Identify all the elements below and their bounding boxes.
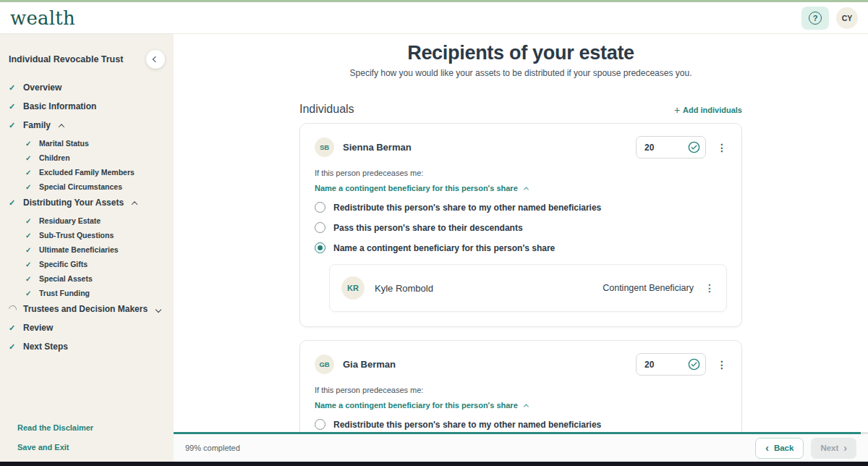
sidebar-footer: Read the Disclaimer Save and Exit	[17, 423, 93, 452]
check-icon: ✓	[25, 217, 33, 225]
trust-steps-nav: ✓ Overview ✓ Basic Information ✓ Family …	[9, 83, 174, 352]
sidebar-item-sub-trust-questions[interactable]: ✓ Sub-Trust Questions	[25, 232, 174, 240]
contingent-toggle-link[interactable]: Name a contingent beneficiary for this p…	[315, 184, 727, 192]
check-icon: ✓	[9, 121, 17, 130]
distributing-subitems: ✓ Residuary Estate ✓ Sub-Trust Questions…	[25, 217, 174, 297]
chevron-right-icon: ›	[843, 443, 847, 453]
predecease-label: If this person predeceases me:	[315, 386, 727, 394]
valid-check-icon	[688, 358, 700, 370]
user-avatar[interactable]: CY	[836, 7, 858, 29]
back-button[interactable]: ‹ Back	[755, 438, 804, 459]
plus-icon: +	[674, 104, 680, 116]
sidebar-item-next-steps[interactable]: ✓ Next Steps	[9, 342, 174, 352]
radio-option-pass-to-descendants[interactable]: Pass this person's share to their descen…	[315, 222, 727, 233]
page-subtitle: Specify how you would like your assets t…	[299, 68, 742, 78]
avatar: SB	[315, 137, 334, 157]
radio-option-redistribute[interactable]: Redistribute this person's share to my o…	[315, 202, 727, 213]
top-bar: wealth ? CY	[0, 2, 868, 34]
radio-option-redistribute[interactable]: Redistribute this person's share to my o…	[315, 419, 727, 430]
check-icon: ✓	[25, 154, 33, 162]
sidebar-collapse-button[interactable]	[146, 50, 165, 69]
help-button[interactable]: ?	[801, 7, 829, 30]
contingent-beneficiary-card: KR Kyle Rombold Contingent Beneficiary ⋮	[329, 264, 727, 312]
radio-selected-icon	[315, 242, 326, 253]
app-window: wealth ? CY Individual Revocable Trust ✓…	[0, 0, 868, 466]
save-and-exit-link[interactable]: Save and Exit	[17, 443, 93, 452]
check-icon: ✓	[25, 246, 33, 254]
check-icon: ✓	[9, 342, 17, 352]
valid-check-icon	[688, 141, 700, 153]
chevron-up-icon	[59, 124, 64, 130]
sidebar-item-excluded-family-members[interactable]: ✓ Excluded Family Members	[25, 169, 174, 177]
check-icon: ✓	[9, 102, 17, 111]
check-icon: ✓	[9, 323, 17, 333]
contingent-toggle-link[interactable]: Name a contingent beneficiary for this p…	[315, 401, 727, 410]
contingent-name: Kyle Rombold	[375, 283, 433, 294]
progress-label: 99% completed	[185, 444, 240, 452]
window-bottom-edge	[0, 462, 868, 466]
check-icon: ✓	[25, 275, 33, 283]
next-button[interactable]: Next ›	[811, 438, 856, 459]
radio-icon	[315, 419, 326, 430]
sidebar-item-special-circumstances[interactable]: ✓ Special Circumstances	[25, 183, 174, 191]
radio-icon	[315, 202, 326, 213]
chevron-up-icon	[524, 404, 529, 409]
predecease-label: If this person predeceases me:	[315, 169, 727, 177]
kebab-menu-icon[interactable]: ⋮	[705, 283, 715, 293]
sidebar-item-residuary-estate[interactable]: ✓ Residuary Estate	[25, 217, 174, 225]
sidebar: Individual Revocable Trust ✓ Overview ✓ …	[0, 34, 174, 462]
check-icon: ✓	[25, 232, 33, 240]
sidebar-item-special-assets[interactable]: ✓ Special Assets	[25, 275, 174, 283]
in-progress-icon	[7, 304, 18, 315]
sidebar-item-specific-gifts[interactable]: ✓ Specific Gifts	[25, 260, 174, 268]
individuals-section-label: Individuals	[299, 103, 354, 116]
chevron-up-icon	[132, 201, 137, 207]
header-actions: ? CY	[801, 7, 858, 30]
avatar: GB	[315, 355, 334, 374]
progress-bar-fill	[174, 432, 861, 434]
help-icon: ?	[809, 12, 822, 25]
add-individuals-button[interactable]: + Add individuals	[674, 104, 742, 116]
kebab-menu-icon[interactable]: ⋮	[717, 143, 727, 153]
wizard-footer: 99% completed ‹ Back Next ›	[174, 432, 868, 462]
read-disclaimer-link[interactable]: Read the Disclaimer	[17, 423, 93, 432]
sidebar-item-marital-status[interactable]: ✓ Marital Status	[25, 140, 174, 148]
chevron-down-icon	[156, 306, 161, 312]
chevron-left-icon: ‹	[765, 443, 769, 453]
contingent-role-label: Contingent Beneficiary	[603, 283, 694, 293]
sidebar-item-review[interactable]: ✓ Review	[9, 323, 174, 333]
sidebar-item-children[interactable]: ✓ Children	[25, 154, 174, 162]
sidebar-item-ultimate-beneficiaries[interactable]: ✓ Ultimate Beneficiaries	[25, 246, 174, 254]
kebab-menu-icon[interactable]: ⋮	[717, 360, 727, 370]
page-title: Recipients of your estate	[299, 42, 742, 64]
sidebar-item-family[interactable]: ✓ Family	[9, 121, 174, 130]
check-icon: ✓	[9, 83, 17, 93]
beneficiary-card-sienna-berman: SB Sienna Berman ⋮ If this person predec…	[299, 123, 742, 327]
check-icon: ✓	[25, 289, 33, 297]
sidebar-item-distributing-your-assets[interactable]: ✓ Distributing Your Assets	[9, 198, 174, 208]
plan-title: Individual Revocable Trust	[9, 54, 123, 64]
radio-icon	[315, 222, 326, 233]
sidebar-item-trust-funding[interactable]: ✓ Trust Funding	[25, 289, 174, 297]
beneficiary-name: Sienna Berman	[343, 142, 412, 153]
sidebar-item-overview[interactable]: ✓ Overview	[9, 83, 174, 93]
check-icon: ✓	[25, 140, 33, 148]
family-subitems: ✓ Marital Status ✓ Children ✓ Excluded F…	[25, 140, 174, 191]
chevron-left-icon	[153, 56, 158, 62]
sidebar-item-trustees-and-decision-makers[interactable]: Trustees and Decision Makers	[9, 305, 174, 314]
radio-option-name-contingent[interactable]: Name a contingent beneficiary for this p…	[315, 242, 727, 253]
main-content: Recipients of your estate Specify how yo…	[174, 34, 868, 462]
sidebar-item-basic-information[interactable]: ✓ Basic Information	[9, 102, 174, 111]
check-icon: ✓	[9, 198, 17, 208]
check-icon: ✓	[25, 260, 33, 268]
chevron-up-icon	[524, 187, 529, 192]
wealth-logo[interactable]: wealth	[10, 7, 75, 29]
beneficiary-name: Gia Berman	[343, 359, 396, 370]
predecease-options: Redistribute this person's share to my o…	[315, 202, 727, 253]
avatar: KR	[341, 276, 365, 300]
check-icon: ✓	[25, 183, 33, 191]
check-icon: ✓	[25, 169, 33, 177]
progress-bar-track	[174, 432, 868, 434]
